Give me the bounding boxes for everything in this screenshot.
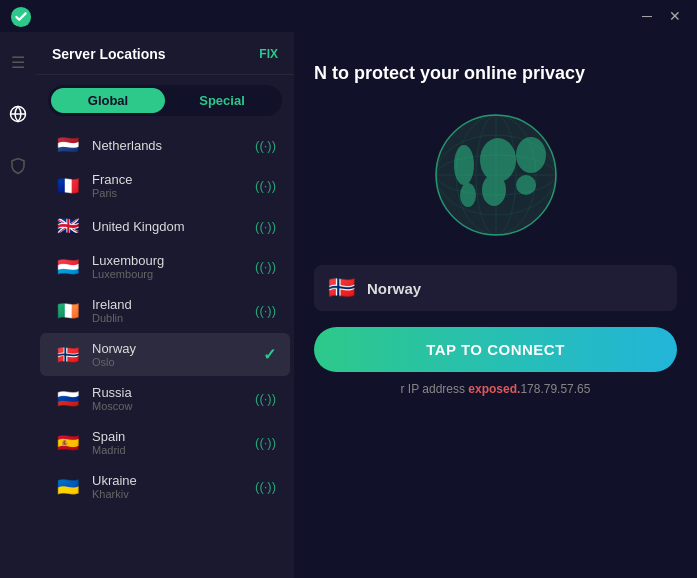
server-panel: Server Locations FIX Global Special 🇳🇱 N… <box>36 32 294 578</box>
panel-title: Server Locations <box>52 46 166 62</box>
server-info-norway: Norway Oslo <box>92 341 263 368</box>
tab-global[interactable]: Global <box>51 88 165 113</box>
server-info-luxembourg: Luxembourg Luxembourg <box>92 253 255 280</box>
server-name-uk: United Kingdom <box>92 219 255 234</box>
server-item-ireland[interactable]: 🇮🇪 Ireland Dublin ((·)) <box>40 289 290 332</box>
server-item-ukraine[interactable]: 🇺🇦 Ukraine Kharkiv ((·)) <box>40 465 290 508</box>
server-info-ireland: Ireland Dublin <box>92 297 255 324</box>
signal-icon-spain: ((·)) <box>255 435 276 450</box>
server-item-france[interactable]: 🇫🇷 France Paris ((·)) <box>40 164 290 207</box>
selected-check-icon: ✓ <box>263 345 276 364</box>
flag-spain: 🇪🇸 <box>54 433 82 453</box>
server-sub-luxembourg: Luxembourg <box>92 268 255 280</box>
server-sub-ireland: Dublin <box>92 312 255 324</box>
selected-location-bar[interactable]: 🇳🇴 Norway <box>314 265 677 311</box>
hamburger-icon[interactable]: ☰ <box>4 48 32 76</box>
server-item-spain[interactable]: 🇪🇸 Spain Madrid ((·)) <box>40 421 290 464</box>
server-name-norway: Norway <box>92 341 263 356</box>
globe-container <box>314 105 677 245</box>
ip-info: r IP address exposed.178.79.57.65 <box>314 382 677 396</box>
svg-point-5 <box>482 174 506 206</box>
server-sub-norway: Oslo <box>92 356 263 368</box>
server-item-norway[interactable]: 🇳🇴 Norway Oslo ✓ <box>40 333 290 376</box>
server-sub-ukraine: Kharkiv <box>92 488 255 500</box>
flag-luxembourg: 🇱🇺 <box>54 257 82 277</box>
signal-icon-luxembourg: ((·)) <box>255 259 276 274</box>
flag-ukraine: 🇺🇦 <box>54 477 82 497</box>
flag-uk: 🇬🇧 <box>54 216 82 236</box>
close-button[interactable]: ✕ <box>661 2 689 30</box>
selected-flag-icon: 🇳🇴 <box>328 275 355 301</box>
main-content: N to protect your online privacy <box>294 32 697 578</box>
globe-nav-icon[interactable] <box>4 100 32 128</box>
server-info-russia: Russia Moscow <box>92 385 255 412</box>
signal-icon-russia: ((·)) <box>255 391 276 406</box>
signal-icon-france: ((·)) <box>255 178 276 193</box>
server-name-france: France <box>92 172 255 187</box>
server-info-ukraine: Ukraine Kharkiv <box>92 473 255 500</box>
server-name-spain: Spain <box>92 429 255 444</box>
tab-switcher: Global Special <box>48 85 282 116</box>
server-info-netherlands: Netherlands <box>92 138 255 153</box>
server-name-luxembourg: Luxembourg <box>92 253 255 268</box>
flag-russia: 🇷🇺 <box>54 389 82 409</box>
server-info-uk: United Kingdom <box>92 219 255 234</box>
server-name-ireland: Ireland <box>92 297 255 312</box>
panel-header: Server Locations FIX <box>36 32 294 75</box>
svg-point-6 <box>454 145 474 185</box>
connect-button[interactable]: TAP TO CONNECT <box>314 327 677 372</box>
flag-norway: 🇳🇴 <box>54 345 82 365</box>
selected-country-name: Norway <box>367 280 421 297</box>
ip-prefix: r IP address <box>401 382 469 396</box>
globe-graphic <box>426 105 566 245</box>
signal-icon-uk: ((·)) <box>255 219 276 234</box>
app-logo <box>10 6 32 32</box>
server-list: 🇳🇱 Netherlands ((·)) 🇫🇷 France Paris ((·… <box>36 126 294 578</box>
svg-point-7 <box>460 183 476 207</box>
minimize-button[interactable]: ─ <box>633 2 661 30</box>
server-name-netherlands: Netherlands <box>92 138 255 153</box>
fix-button[interactable]: FIX <box>259 47 278 61</box>
title-bar: ─ ✕ <box>0 0 697 32</box>
server-item-uk[interactable]: 🇬🇧 United Kingdom ((·)) <box>40 208 290 244</box>
server-sub-france: Paris <box>92 187 255 199</box>
headline: N to protect your online privacy <box>314 62 585 85</box>
signal-icon-ukraine: ((·)) <box>255 479 276 494</box>
signal-icon-ireland: ((·)) <box>255 303 276 318</box>
shield-nav-icon[interactable] <box>4 152 32 180</box>
server-sub-spain: Madrid <box>92 444 255 456</box>
server-name-russia: Russia <box>92 385 255 400</box>
ip-exposed-label: exposed. <box>468 382 520 396</box>
headline-text: N to protect your online privacy <box>314 63 585 83</box>
server-item-russia[interactable]: 🇷🇺 Russia Moscow ((·)) <box>40 377 290 420</box>
signal-icon-netherlands: ((·)) <box>255 138 276 153</box>
ip-address: 178.79.57.65 <box>520 382 590 396</box>
flag-netherlands: 🇳🇱 <box>54 135 82 155</box>
tab-special[interactable]: Special <box>165 88 279 113</box>
flag-france: 🇫🇷 <box>54 176 82 196</box>
server-item-luxembourg[interactable]: 🇱🇺 Luxembourg Luxembourg ((·)) <box>40 245 290 288</box>
server-info-spain: Spain Madrid <box>92 429 255 456</box>
svg-point-9 <box>516 175 536 195</box>
flag-ireland: 🇮🇪 <box>54 301 82 321</box>
server-info-france: France Paris <box>92 172 255 199</box>
server-name-ukraine: Ukraine <box>92 473 255 488</box>
server-item-netherlands[interactable]: 🇳🇱 Netherlands ((·)) <box>40 127 290 163</box>
server-sub-russia: Moscow <box>92 400 255 412</box>
sidebar: ☰ <box>0 32 36 578</box>
